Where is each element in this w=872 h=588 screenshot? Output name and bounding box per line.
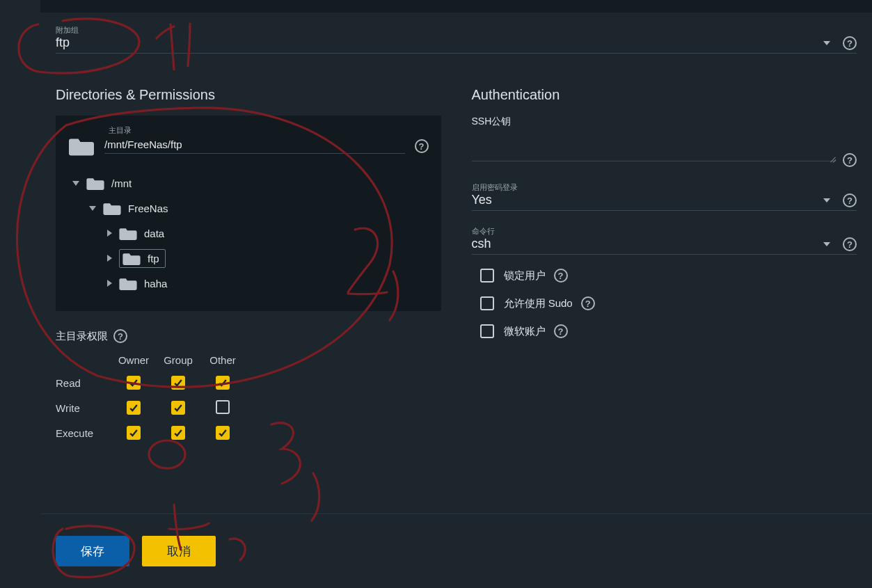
- pwd-login-select[interactable]: Yes ?: [472, 193, 857, 211]
- perm-row-label: Read: [56, 377, 111, 389]
- home-dir-label: 主目录: [109, 125, 429, 136]
- folder-icon: [86, 176, 104, 191]
- perm-col-owner: Owner: [111, 354, 156, 366]
- cancel-button[interactable]: 取消: [142, 536, 216, 566]
- ssh-key-textarea[interactable]: [472, 159, 837, 161]
- tree-node-freenas[interactable]: FreeNas: [68, 196, 429, 221]
- authentication-title: Authentication: [472, 87, 857, 103]
- perm-checkbox[interactable]: [127, 426, 141, 440]
- tree-node-haha[interactable]: haha: [68, 271, 429, 296]
- help-icon[interactable]: ?: [843, 36, 857, 50]
- tree-label: data: [144, 228, 164, 239]
- help-icon[interactable]: ?: [843, 193, 857, 207]
- chevron-down-icon[interactable]: [823, 198, 830, 202]
- help-icon[interactable]: ?: [113, 329, 127, 343]
- permissions-title: 主目录权限: [56, 330, 108, 343]
- form-footer: 保存 取消: [40, 514, 872, 588]
- aux-group-field[interactable]: 附加组 ftp ?: [56, 25, 857, 54]
- tree-label: ftp: [148, 253, 159, 264]
- checkbox[interactable]: [480, 269, 494, 283]
- permissions-block: 主目录权限 ? Owner Group Other ReadWriteExecu…: [56, 329, 441, 440]
- perm-checkbox[interactable]: [171, 426, 185, 440]
- shell-select[interactable]: csh ?: [472, 237, 857, 255]
- auth-check-label: 锁定用户: [504, 269, 546, 283]
- folder-icon: [119, 276, 137, 291]
- auth-check-label: 微软账户: [504, 325, 546, 338]
- perm-checkbox[interactable]: [171, 376, 185, 390]
- help-icon[interactable]: ?: [554, 324, 568, 338]
- help-icon[interactable]: ?: [554, 269, 568, 283]
- perm-checkbox[interactable]: [216, 400, 230, 414]
- perm-row: Read: [56, 376, 441, 390]
- shell-value: csh: [472, 237, 824, 251]
- perm-col-other: Other: [200, 354, 245, 366]
- perm-checkbox[interactable]: [127, 376, 141, 390]
- folder-icon: [68, 136, 95, 157]
- perm-row-label: Write: [56, 402, 111, 414]
- auth-check-row: 允许使用 Sudo?: [472, 296, 857, 310]
- aux-group-value: ftp: [56, 35, 823, 50]
- help-icon[interactable]: ?: [581, 296, 595, 310]
- checkbox[interactable]: [480, 296, 494, 310]
- window-top-strip: [40, 0, 872, 13]
- tree-node-ftp[interactable]: ftp: [68, 246, 429, 271]
- directories-permissions-title: Directories & Permissions: [56, 87, 441, 103]
- tree-node-mnt[interactable]: /mnt: [68, 170, 429, 196]
- chevron-down-icon[interactable]: [823, 41, 830, 45]
- chevron-down-icon[interactable]: [823, 242, 830, 246]
- folder-icon: [122, 251, 141, 266]
- help-icon[interactable]: ?: [843, 237, 857, 251]
- auth-check-label: 允许使用 Sudo: [504, 297, 573, 310]
- help-icon[interactable]: ?: [843, 153, 857, 167]
- tree-label: FreeNas: [128, 202, 168, 214]
- chevron-down-icon[interactable]: [89, 206, 96, 211]
- shell-label: 命令行: [472, 226, 857, 237]
- perm-checkbox[interactable]: [216, 376, 230, 390]
- chevron-right-icon[interactable]: [107, 255, 112, 262]
- auth-check-row: 锁定用户?: [472, 269, 857, 283]
- pwd-login-value: Yes: [472, 193, 824, 207]
- pwd-login-label: 启用密码登录: [472, 182, 857, 193]
- perm-row: Execute: [56, 426, 441, 440]
- folder-icon: [103, 201, 121, 216]
- chevron-down-icon[interactable]: [72, 181, 79, 186]
- perm-checkbox[interactable]: [127, 401, 141, 415]
- tree-label: haha: [144, 278, 167, 289]
- perm-checkbox[interactable]: [171, 401, 185, 415]
- chevron-right-icon[interactable]: [107, 280, 112, 287]
- folder-icon: [119, 226, 137, 241]
- tree-node-data[interactable]: data: [68, 221, 429, 246]
- perm-row: Write: [56, 400, 441, 416]
- checkbox[interactable]: [480, 324, 494, 338]
- resize-handle-icon[interactable]: [829, 155, 836, 162]
- perm-checkbox[interactable]: [216, 426, 230, 440]
- perm-row-label: Execute: [56, 427, 111, 439]
- chevron-right-icon[interactable]: [107, 230, 112, 237]
- help-icon[interactable]: ?: [415, 139, 429, 153]
- home-dir-path-input[interactable]: /mnt/FreeNas/ftp: [104, 138, 405, 154]
- tree-label: /mnt: [111, 177, 132, 189]
- perm-col-group: Group: [156, 354, 200, 366]
- ssh-key-label: SSH公钥: [472, 116, 857, 128]
- auth-check-row: 微软账户?: [472, 324, 857, 338]
- home-directory-browser: 主目录 /mnt/FreeNas/ftp ? /mnt: [56, 116, 441, 311]
- aux-group-label: 附加组: [56, 25, 857, 35]
- save-button[interactable]: 保存: [56, 536, 129, 566]
